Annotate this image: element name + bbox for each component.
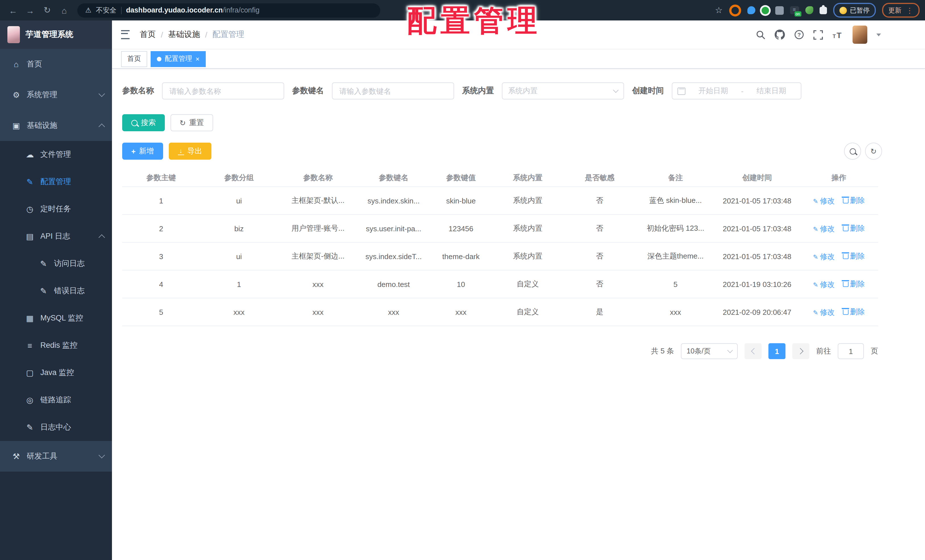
tab-config[interactable]: 配置管理 <box>151 51 206 67</box>
edit-icon <box>813 252 818 261</box>
add-button[interactable]: 新增 <box>122 143 163 160</box>
table-toolbar-row: 新增 导出 <box>122 143 878 160</box>
tags-view-bar: 首页 配置管理 <box>112 50 925 69</box>
search-icon[interactable] <box>756 30 765 39</box>
sidebar: 芋道管理系统 首页 系统管理 基础设施 文件管理 配置管理 定时任务 API 日… <box>0 21 112 560</box>
edit-link[interactable]: 修改 <box>813 251 835 262</box>
sidebar-item-infra[interactable]: 基础设施 <box>0 110 112 141</box>
not-secure-label: 不安全 <box>96 5 116 15</box>
param-name-input[interactable] <box>162 83 284 99</box>
sidebar-item-jobs[interactable]: 定时任务 <box>0 196 112 223</box>
sidebar-item-access-log[interactable]: 访问日志 <box>0 250 112 277</box>
browser-home-icon[interactable] <box>57 5 72 15</box>
delete-link[interactable]: 删除 <box>842 279 865 289</box>
paused-badge[interactable]: 已暂停 <box>833 3 876 18</box>
user-menu-caret-icon[interactable] <box>877 33 881 36</box>
database-icon <box>25 314 35 323</box>
sidebar-item-log-center[interactable]: 日志中心 <box>0 414 112 441</box>
toggle-search-button[interactable] <box>844 143 861 160</box>
update-button[interactable]: 更新 <box>882 3 920 18</box>
next-page-button[interactable] <box>792 343 809 359</box>
extension-icon-gray-grid[interactable] <box>775 6 783 15</box>
close-icon[interactable] <box>196 55 199 63</box>
sidebar-item-error-log[interactable]: 错误日志 <box>0 277 112 304</box>
edit-link[interactable]: 修改 <box>813 279 835 289</box>
refresh-table-button[interactable] <box>865 143 882 160</box>
search-buttons-row: 搜索 重置 <box>122 114 925 131</box>
sidebar-item-tracing[interactable]: 链路追踪 <box>0 386 112 414</box>
browser-menu-icon[interactable] <box>906 6 913 15</box>
delete-link[interactable]: 删除 <box>842 251 865 261</box>
sidebar-item-home[interactable]: 首页 <box>0 49 112 80</box>
timer-icon <box>25 205 35 214</box>
extension-icon-blue-pin[interactable] <box>747 6 755 14</box>
fullscreen-icon[interactable] <box>814 30 823 39</box>
param-name-label: 参数名称 <box>122 86 154 96</box>
edit-link[interactable]: 修改 <box>813 224 835 234</box>
tools-icon <box>11 452 21 461</box>
breadcrumb-home[interactable]: 首页 <box>140 30 156 40</box>
sidebar-item-java[interactable]: Java 监控 <box>0 359 112 386</box>
tab-home[interactable]: 首页 <box>121 51 147 67</box>
delete-link[interactable]: 删除 <box>842 195 865 205</box>
address-bar[interactable]: 不安全 dashboard.yudao.iocoder.cn/infra/con… <box>77 3 380 17</box>
logo-image <box>8 26 20 43</box>
sidebar-item-dev-tools[interactable]: 研发工具 <box>0 441 112 472</box>
browser-forward-icon[interactable] <box>23 5 38 15</box>
trash-icon <box>842 254 848 259</box>
java-monitor-icon <box>25 368 35 377</box>
sidebar-item-mysql[interactable]: MySQL 监控 <box>0 304 112 332</box>
help-icon[interactable]: ? <box>794 30 804 40</box>
extension-icon-orange-ring[interactable] <box>729 4 741 16</box>
export-button[interactable]: 导出 <box>169 143 211 160</box>
eye-icon <box>25 396 35 405</box>
monitor-icon <box>11 121 21 130</box>
chevron-up-icon <box>99 235 105 241</box>
sidebar-item-files[interactable]: 文件管理 <box>0 141 112 168</box>
emoji-face-icon <box>839 6 847 14</box>
param-key-input[interactable] <box>332 83 454 99</box>
font-size-icon[interactable]: TT <box>832 30 844 39</box>
table-row: 1ui主框架页-默认...sys.index.skin...skin-blue系… <box>122 187 878 215</box>
sidebar-item-redis[interactable]: Redis 监控 <box>0 332 112 359</box>
refresh-icon <box>871 147 877 155</box>
sidebar-item-system[interactable]: 系统管理 <box>0 80 112 110</box>
svg-text:T: T <box>833 33 836 39</box>
extension-icon-green-circle[interactable] <box>761 6 769 14</box>
chevron-down-icon <box>613 87 619 93</box>
edit-link[interactable]: 修改 <box>813 196 835 206</box>
reset-button[interactable]: 重置 <box>170 114 213 131</box>
navbar-actions: ? TT <box>756 26 925 44</box>
prev-page-button[interactable] <box>744 343 762 359</box>
sidebar-item-config[interactable]: 配置管理 <box>0 168 112 196</box>
edit-icon <box>25 177 35 187</box>
user-avatar[interactable] <box>853 26 867 44</box>
pagination: 共 5 条 10条/页 1 前往 页 <box>122 343 878 359</box>
page-size-select[interactable]: 10条/页 <box>681 343 738 359</box>
sidebar-collapse-icon[interactable] <box>121 30 130 39</box>
extension-icon-green-leaf[interactable] <box>805 6 813 14</box>
svg-text:?: ? <box>797 32 801 38</box>
search-button[interactable]: 搜索 <box>122 114 165 131</box>
bookmark-star-icon[interactable] <box>715 5 723 15</box>
current-page-button[interactable]: 1 <box>768 343 785 359</box>
goto-page-input[interactable] <box>838 343 864 359</box>
chevron-down-icon <box>99 452 105 459</box>
browser-reload-icon[interactable] <box>40 5 54 15</box>
date-range-picker[interactable]: 开始日期 - 结束日期 <box>672 83 801 99</box>
edit-link[interactable]: 修改 <box>813 307 835 318</box>
github-icon[interactable] <box>775 30 785 40</box>
builtin-select[interactable]: 系统内置 <box>502 83 624 99</box>
active-dot-icon <box>157 57 161 61</box>
total-count: 共 5 条 <box>651 346 674 356</box>
extensions-puzzle-icon[interactable] <box>819 6 827 14</box>
download-icon <box>178 148 184 155</box>
breadcrumb-infra[interactable]: 基础设施 <box>168 30 200 40</box>
extension-icon-switch[interactable]: ≡on <box>790 6 799 14</box>
delete-link[interactable]: 删除 <box>842 223 865 233</box>
search-icon <box>131 120 137 126</box>
browser-extensions-area: ≡on 已暂停 更新 <box>715 3 920 18</box>
browser-back-icon[interactable] <box>6 5 21 15</box>
sidebar-item-api-log[interactable]: API 日志 <box>0 223 112 250</box>
delete-link[interactable]: 删除 <box>842 307 865 317</box>
